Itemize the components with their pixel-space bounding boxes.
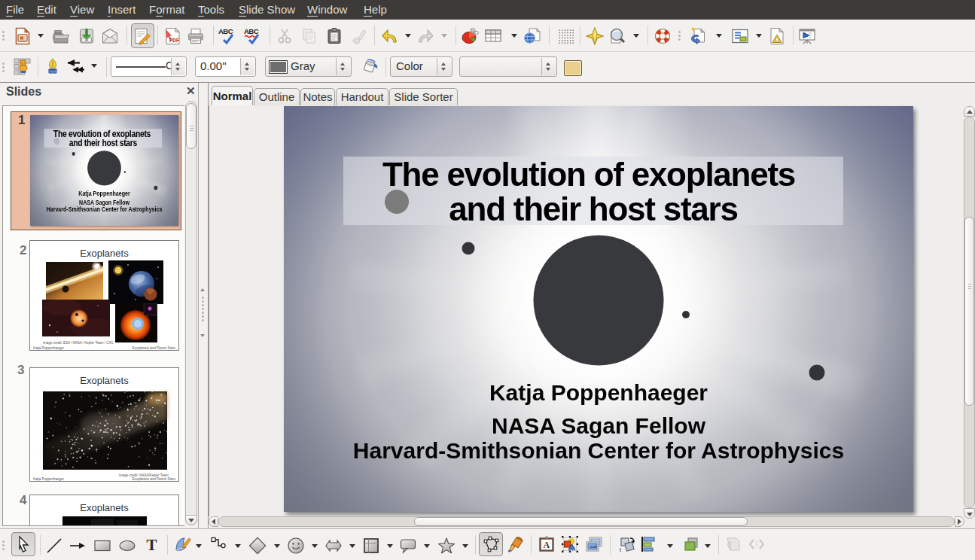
svg-text:ABC: ABC bbox=[244, 27, 259, 35]
svg-text:A: A bbox=[544, 540, 550, 550]
svg-text:PDF: PDF bbox=[169, 38, 179, 43]
svg-text:t: t bbox=[620, 547, 621, 552]
svg-text:ABC: ABC bbox=[218, 27, 233, 35]
svg-text:%: % bbox=[471, 29, 474, 33]
svg-text:T: T bbox=[147, 536, 157, 554]
